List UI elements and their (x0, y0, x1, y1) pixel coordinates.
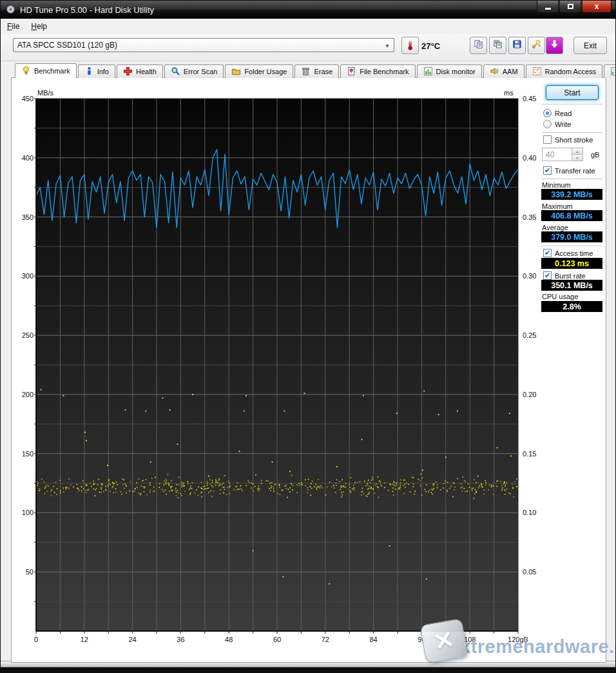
svg-text:450: 450 (22, 95, 34, 102)
svg-text:200: 200 (22, 391, 34, 398)
svg-text:60: 60 (273, 636, 281, 643)
write-radio[interactable] (543, 120, 552, 128)
tab-label: Folder Usage (244, 68, 287, 75)
maximum-label: Maximum (542, 202, 573, 210)
tab-label: Random Access (545, 68, 596, 75)
tab-erase[interactable]: Erase (294, 64, 339, 78)
capture-button[interactable] (546, 37, 563, 54)
read-radio-label: Read (555, 110, 572, 117)
size-unit-label: gB (591, 151, 599, 159)
svg-text:0: 0 (34, 636, 38, 643)
x-logo: ✕ (419, 618, 468, 664)
access-time-value: 0.123 ms (541, 258, 602, 269)
tab-error-scan[interactable]: Error Scan (164, 64, 224, 78)
minimize-button[interactable] (537, 1, 559, 13)
tab-aam[interactable]: AAM (483, 64, 525, 78)
svg-text:0.10: 0.10 (523, 509, 536, 516)
tab-info[interactable]: Info (78, 64, 115, 78)
short-stroke-label: Short stroke (555, 136, 593, 144)
options-button[interactable] (528, 37, 545, 54)
svg-text:12: 12 (81, 636, 88, 643)
svg-text:24: 24 (128, 636, 136, 643)
svg-text:50: 50 (26, 568, 34, 576)
short-stroke-row: Short stroke (543, 135, 593, 144)
average-value: 379.0 MB/s (541, 231, 602, 242)
close-button[interactable]: x (582, 1, 611, 13)
tab-random-access[interactable]: Random Access (526, 64, 602, 78)
short-stroke-size-stepper[interactable]: ▲ ▼ (542, 148, 583, 161)
maximize-button[interactable] (559, 1, 581, 13)
svg-text:150: 150 (22, 450, 34, 458)
tab-file-benchmark[interactable]: File Benchmark (340, 64, 415, 78)
tab-benchmark[interactable]: Benchmark (15, 63, 77, 78)
save-button[interactable] (508, 37, 526, 54)
spinner-up-icon[interactable]: ▲ (572, 148, 582, 154)
tab-extra-tests[interactable]: Extra tests (604, 64, 616, 78)
copy-image-icon (493, 39, 503, 52)
average-label: Average (542, 224, 568, 231)
drive-selector-value: ATA SPCC SSD101 (120 gB) (17, 41, 117, 50)
short-stroke-size-input[interactable] (543, 148, 571, 161)
short-stroke-checkbox[interactable] (543, 135, 552, 144)
svg-text:400: 400 (22, 154, 34, 162)
trash-icon (301, 66, 311, 77)
svg-text:36: 36 (177, 636, 184, 643)
svg-text:0.35: 0.35 (523, 213, 536, 221)
extra-tests-icon (610, 66, 616, 77)
drive-selector[interactable]: ATA SPCC SSD101 (120 gB) ▼ (13, 38, 394, 52)
save-icon (512, 39, 522, 52)
minimize-icon (545, 8, 551, 10)
tab-label: Info (97, 68, 109, 75)
access-time-row: Access time (543, 249, 593, 257)
tab-label: Erase (314, 68, 332, 75)
disk-icon (6, 5, 16, 15)
health-icon (123, 66, 133, 77)
read-radio-row: Read (543, 109, 572, 117)
burst-rate-checkbox[interactable] (543, 271, 552, 280)
app-window: HD Tune Pro 5.00 - Hard Disk Utility x F… (0, 0, 616, 673)
menu-item-file[interactable]: File (1, 20, 25, 33)
svg-text:0.40: 0.40 (523, 154, 536, 162)
copy-text-button[interactable] (470, 37, 487, 54)
tab-label: Error Scan (184, 68, 218, 75)
cpu-usage-value: 2.8% (541, 301, 602, 312)
speaker-icon (490, 66, 499, 77)
menu-bar: FileHelp (1, 19, 616, 34)
tab-health[interactable]: Health (117, 64, 163, 78)
burst-rate-row: Burst rate (543, 271, 586, 280)
access-time-label: Access time (555, 249, 593, 257)
svg-text:0.15: 0.15 (523, 450, 536, 458)
menu-item-help[interactable]: Help (25, 20, 53, 33)
watermark-text: xtremehardware.com (460, 636, 616, 658)
svg-text:0.05: 0.05 (523, 568, 536, 576)
tab-strip: BenchmarkInfoHealthError ScanFolder Usag… (15, 63, 616, 78)
temperature-button[interactable] (401, 37, 419, 54)
exit-button[interactable]: Exit (573, 37, 607, 54)
start-button[interactable]: Start (546, 85, 599, 100)
tab-folder-usage[interactable]: Folder Usage (225, 64, 293, 78)
access-time-checkbox[interactable] (543, 249, 552, 257)
read-radio[interactable] (543, 109, 552, 117)
separator (542, 104, 602, 105)
search-icon (171, 66, 180, 77)
title-bar[interactable]: HD Tune Pro 5.00 - Hard Disk Utility x (1, 1, 615, 19)
benchmark-chart: 501001502002503003504004500.050.100.150.… (17, 88, 540, 653)
minimum-label: Minimum (542, 181, 571, 189)
temperature-value: 27°C (421, 41, 440, 51)
close-icon: x (595, 2, 599, 11)
info-icon (84, 66, 94, 77)
bulb-icon (21, 66, 31, 77)
tab-disk-monitor[interactable]: Disk monitor (417, 64, 482, 78)
spinner-buttons[interactable]: ▲ ▼ (572, 148, 582, 161)
separator (541, 179, 602, 180)
x-logo-glyph: ✕ (430, 625, 457, 657)
copy-image-button[interactable] (489, 37, 506, 54)
tab-label: Health (136, 68, 157, 75)
svg-text:84: 84 (369, 636, 377, 643)
svg-text:300: 300 (22, 272, 34, 280)
file-benchmark-icon (347, 66, 356, 77)
watermark: ✕ xtremehardware.com (423, 621, 616, 660)
spinner-down-icon[interactable]: ▼ (572, 154, 582, 161)
burst-rate-value: 350.1 MB/s (541, 280, 602, 291)
transfer-rate-checkbox[interactable] (543, 166, 552, 175)
